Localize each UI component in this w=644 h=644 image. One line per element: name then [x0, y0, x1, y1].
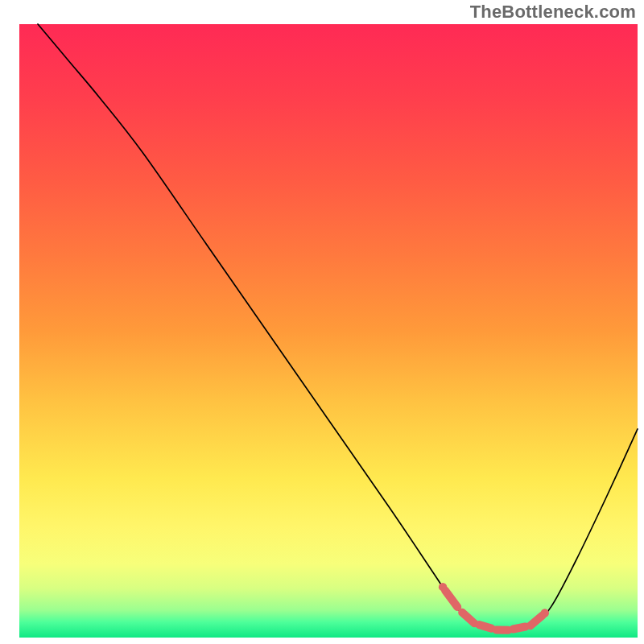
optimal-band-segment — [479, 625, 491, 629]
optimal-band-segment — [514, 626, 526, 629]
chart-container: TheBottleneck.com — [0, 0, 644, 644]
optimal-band-endpoint — [439, 583, 447, 591]
optimal-band-endpoint — [541, 609, 549, 617]
bottleneck-chart — [0, 0, 644, 644]
plot-background — [19, 24, 638, 638]
watermark-label: TheBottleneck.com — [470, 2, 636, 23]
